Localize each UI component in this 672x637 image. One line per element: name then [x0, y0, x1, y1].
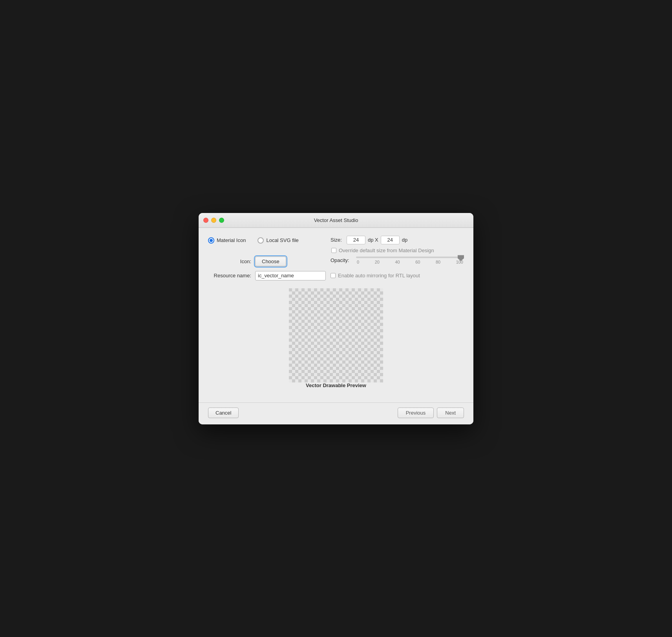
opacity-slider-wrapper: 0 20 40 60 80 100 — [356, 257, 464, 264]
window-title: Vector Asset Studio — [314, 217, 358, 223]
resource-name-label: Resource name: — [208, 273, 255, 278]
titlebar: Vector Asset Studio — [199, 213, 473, 228]
icon-field-container: Icon: Choose — [208, 257, 331, 266]
resource-name-container: Resource name: — [208, 271, 331, 280]
local-svg-option[interactable]: Local SVG file — [257, 237, 298, 244]
bottom-bar: Cancel Previous Next — [199, 402, 473, 424]
main-window: Vector Asset Studio Material Icon Local … — [199, 213, 473, 424]
icon-and-opacity: Icon: Choose Opacity: 0 20 40 60 80 10 — [208, 257, 464, 266]
override-row: Override default size from Material Desi… — [331, 248, 464, 253]
size-height-input[interactable] — [381, 236, 400, 244]
next-button[interactable]: Next — [437, 408, 464, 418]
auto-mirror-checkbox[interactable] — [331, 273, 336, 278]
material-icon-label: Material Icon — [217, 237, 246, 243]
opacity-tick-20: 20 — [375, 260, 380, 264]
auto-mirror-label: Enable auto mirroring for RTL layout — [338, 273, 420, 278]
preview-label: Vector Drawable Preview — [306, 382, 366, 388]
resource-name-input[interactable] — [255, 271, 326, 280]
size-unit-x: dp X — [368, 237, 378, 243]
auto-mirror-container: Enable auto mirroring for RTL layout — [331, 273, 464, 278]
override-checkbox[interactable] — [331, 248, 336, 253]
opacity-tick-60: 60 — [415, 260, 420, 264]
opacity-row: Opacity: 0 20 40 60 80 100 — [331, 257, 464, 264]
resource-and-mirror: Resource name: Enable auto mirroring for… — [208, 271, 464, 280]
size-unit-dp: dp — [402, 237, 407, 243]
previous-button[interactable]: Previous — [398, 408, 434, 418]
top-controls: Material Icon Local SVG file Size: dp X — [208, 236, 464, 253]
preview-container: Vector Drawable Preview — [208, 288, 464, 388]
checkerboard-preview — [289, 288, 383, 382]
opacity-slider[interactable] — [356, 257, 464, 258]
opacity-container: Opacity: 0 20 40 60 80 100 — [331, 257, 464, 264]
opacity-label: Opacity: — [331, 257, 352, 263]
size-width-input[interactable] — [347, 236, 365, 244]
size-label: Size: — [331, 237, 344, 243]
content-area: Material Icon Local SVG file Size: dp X — [199, 228, 473, 402]
size-row: Size: dp X dp — [331, 236, 464, 244]
close-button[interactable] — [203, 218, 208, 223]
opacity-tick-labels: 0 20 40 60 80 100 — [356, 260, 464, 264]
minimize-button[interactable] — [211, 218, 216, 223]
asset-type-radio-group: Material Icon Local SVG file — [208, 237, 331, 244]
opacity-tick-0: 0 — [357, 260, 359, 264]
opacity-tick-40: 40 — [395, 260, 400, 264]
size-controls: Size: dp X dp Override default size from… — [331, 236, 464, 253]
radio-group-container: Material Icon Local SVG file — [208, 236, 331, 244]
icon-label: Icon: — [208, 258, 255, 264]
cancel-button[interactable]: Cancel — [208, 408, 239, 418]
traffic-lights — [203, 218, 224, 223]
local-svg-label: Local SVG file — [266, 237, 298, 243]
size-section: Size: dp X dp Override default size from… — [331, 236, 464, 253]
maximize-button[interactable] — [219, 218, 224, 223]
choose-button[interactable]: Choose — [255, 257, 286, 266]
material-icon-option[interactable]: Material Icon — [208, 237, 246, 244]
override-label: Override default size from Material Desi… — [339, 248, 434, 253]
opacity-tick-80: 80 — [436, 260, 440, 264]
svg-rect-4 — [289, 288, 383, 382]
local-svg-radio[interactable] — [257, 237, 264, 244]
material-icon-radio[interactable] — [208, 237, 214, 244]
opacity-tick-100: 100 — [456, 260, 463, 264]
